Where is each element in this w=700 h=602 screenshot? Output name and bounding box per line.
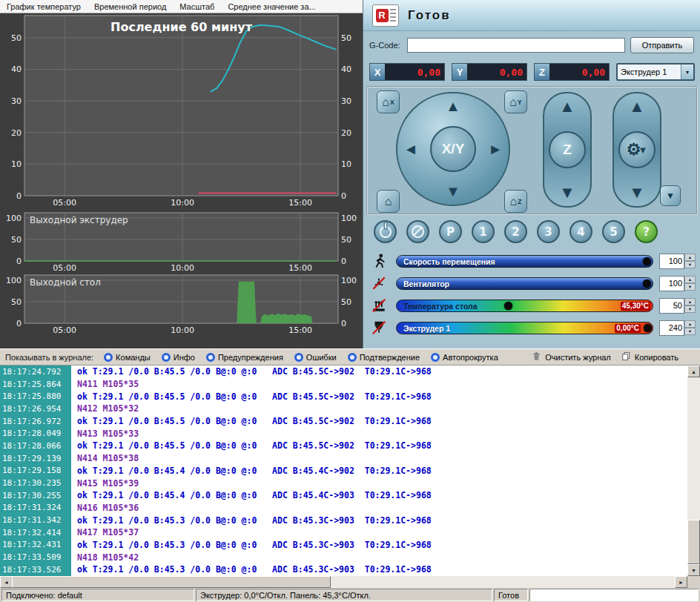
log-timestamp: 18:17:25.864 xyxy=(0,378,71,391)
menu-item-1[interactable]: График температур xyxy=(0,1,88,13)
preset-1-button[interactable]: 1 xyxy=(472,220,495,243)
log-timestamp: 18:17:30.235 xyxy=(0,477,71,489)
log-timestamp: 18:17:26.954 xyxy=(0,403,71,415)
log-row: 18:17:26.954N412 M105*32 xyxy=(0,403,687,415)
spin-down-icon[interactable]: ▼ xyxy=(684,283,696,291)
svg-text:05:00: 05:00 xyxy=(53,325,76,335)
vscroll-thumb[interactable] xyxy=(687,520,700,564)
spin-up-icon[interactable]: ▲ xyxy=(684,320,696,328)
home-z-button[interactable]: ⌂Z xyxy=(504,190,527,213)
spin-down-icon[interactable]: ▼ xyxy=(684,305,696,313)
log-toolbar-label: Показывать в журнале: xyxy=(5,353,93,362)
scroll-down-button[interactable]: ▼ xyxy=(687,564,700,576)
spin-up-icon[interactable]: ▲ xyxy=(684,254,696,261)
power-button[interactable] xyxy=(374,220,397,243)
stepper-value[interactable]: 100 xyxy=(659,254,684,269)
log-timestamp: 18:17:31.342 xyxy=(0,514,71,526)
log-filter-6[interactable]: Автопрокрутка xyxy=(431,353,498,362)
axis-x-label[interactable]: X xyxy=(370,64,385,80)
menu-item-3[interactable]: Масштаб xyxy=(173,1,221,13)
spin-up-icon[interactable]: ▲ xyxy=(684,298,696,305)
jog-y-plus-icon[interactable]: ▲ xyxy=(446,98,460,115)
home-x-button[interactable]: ⌂X xyxy=(377,90,400,113)
speed-slider-row: Скорость перемещения 100 ▲▼ xyxy=(368,250,696,272)
menu-item-2[interactable]: Временной период xyxy=(88,1,173,13)
park-button[interactable]: P xyxy=(439,220,462,243)
menu-item-4[interactable]: Среднее значение за... xyxy=(221,1,322,13)
extrude-step-button[interactable]: ▼ xyxy=(660,185,681,206)
jog-x-minus-icon[interactable]: ◄ xyxy=(403,141,418,158)
log-filter-5[interactable]: Подтверждение xyxy=(348,353,420,362)
preset-3-button[interactable]: 3 xyxy=(537,220,560,243)
log-row: 18:17:24.792ok T:29.1 /0.0 B:45.5 /0.0 B… xyxy=(0,366,687,378)
preset-2-button[interactable]: 2 xyxy=(504,220,527,243)
log-vertical-scrollbar[interactable]: ▲ ▼ xyxy=(687,366,700,576)
extrude-center[interactable]: ⚙▼ xyxy=(618,131,656,168)
extruder-temp-slider[interactable]: Экструдер 1 0,00°C xyxy=(396,322,653,334)
progress-bar xyxy=(529,589,699,601)
clear-log-button[interactable]: Очистить журнал xyxy=(532,351,611,363)
speed-slider[interactable]: Скорость перемещения xyxy=(396,255,653,268)
log-filter-3[interactable]: Предупреждения xyxy=(206,353,283,362)
svg-text:10:00: 10:00 xyxy=(171,325,194,335)
send-gcode-button[interactable]: Отправить xyxy=(630,37,694,53)
slider-handle[interactable] xyxy=(643,257,651,265)
home-y-button[interactable]: ⌂Y xyxy=(504,90,527,113)
axis-y-label[interactable]: Y xyxy=(452,64,467,80)
gcode-input[interactable] xyxy=(407,38,625,53)
spin-down-icon[interactable]: ▼ xyxy=(684,328,696,335)
extruder-jog-control: ▲ ⚙▼ ▼ xyxy=(612,92,661,208)
scroll-right-button[interactable]: ► xyxy=(675,576,687,588)
coordinate-row: X 0,00 Y 0,00 Z 0,00 Экструдер 1 ▼ xyxy=(369,63,695,81)
home-icon: ⌂ xyxy=(385,196,392,208)
jog-y-minus-icon[interactable]: ▼ xyxy=(446,183,460,200)
log-toolbar: Показывать в журнале: КомандыИнфоПредупр… xyxy=(0,348,700,366)
z-minus-icon[interactable]: ▼ xyxy=(559,183,575,202)
z-plus-icon[interactable]: ▲ xyxy=(559,97,575,116)
hscroll-thumb[interactable] xyxy=(12,576,331,588)
slider-handle[interactable] xyxy=(504,302,512,310)
preset-4-button[interactable]: 4 xyxy=(569,220,592,243)
log-horizontal-scrollbar[interactable]: ◄ ► xyxy=(0,576,687,588)
axis-z-label[interactable]: Z xyxy=(535,64,549,80)
svg-text:30: 30 xyxy=(341,96,351,106)
log-row: 18:17:26.972ok T:29.1 /0.0 B:45.5 /0.0 B… xyxy=(0,415,687,428)
extruder-select[interactable]: Экструдер 1 ▼ xyxy=(616,63,695,81)
clear-log-label: Очистить журнал xyxy=(545,353,611,362)
stepper-value[interactable]: 240 xyxy=(659,320,684,336)
stepper-value[interactable]: 100 xyxy=(659,276,684,291)
retract-icon[interactable]: ▲ xyxy=(629,97,645,116)
fan-slider[interactable]: Вентилятор xyxy=(396,277,653,290)
log-filter-4[interactable]: Ошибки xyxy=(294,353,337,362)
slider-handle[interactable] xyxy=(643,280,651,288)
svg-text:100: 100 xyxy=(6,214,22,223)
extruder-temp-stepper: 240 ▲▼ xyxy=(659,320,696,336)
help-button[interactable]: ? xyxy=(635,220,658,243)
copy-log-button[interactable]: Копировать xyxy=(621,351,678,363)
jog-x-plus-icon[interactable]: ► xyxy=(488,141,503,158)
log-filter-1[interactable]: Команды xyxy=(104,353,151,362)
connection-status: Подключено: default xyxy=(1,589,194,601)
speed-stepper: 100 ▲▼ xyxy=(659,254,696,269)
log-filter-2[interactable]: Инфо xyxy=(162,353,195,362)
atx-power-button[interactable] xyxy=(406,220,429,243)
svg-text:0: 0 xyxy=(341,257,346,266)
copy-icon xyxy=(621,351,631,363)
xy-jog-pad[interactable]: ▲ ▼ ◄ ► X/Y xyxy=(396,92,510,206)
bed-temp-slider[interactable]: Температура стола 45,30°C xyxy=(396,300,653,312)
spin-up-icon[interactable]: ▲ xyxy=(684,276,696,283)
stepper-value[interactable]: 50 xyxy=(659,298,684,314)
scroll-left-button[interactable]: ◄ xyxy=(0,576,13,588)
svg-text:0: 0 xyxy=(16,319,22,328)
spin-down-icon[interactable]: ▼ xyxy=(684,261,696,268)
chart-background xyxy=(0,335,363,348)
chevron-down-icon[interactable]: ▼ xyxy=(681,64,693,79)
home-all-button[interactable]: ⌂ xyxy=(377,190,400,213)
axis-display-z: Z 0,00 xyxy=(534,63,610,81)
extrude-icon[interactable]: ▼ xyxy=(629,183,645,202)
preset-5-button[interactable]: 5 xyxy=(602,220,625,243)
log-message: ok T:29.1 /0.0 B:45.3 /0.0 B@:0 @:0 ADC … xyxy=(71,540,432,550)
slider-handle[interactable] xyxy=(644,324,652,332)
scroll-up-button[interactable]: ▲ xyxy=(687,366,700,377)
copy-log-label: Копировать xyxy=(635,353,678,362)
